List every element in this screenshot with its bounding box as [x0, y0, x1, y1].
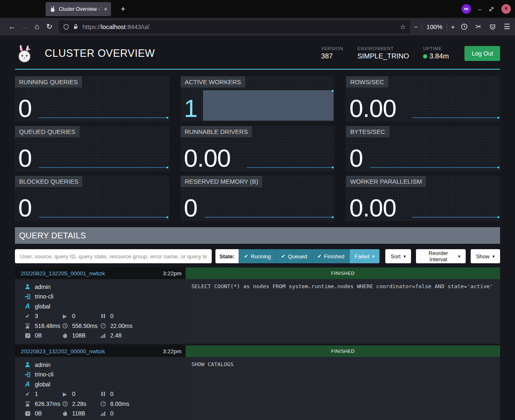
query-resource-group: global [35, 303, 50, 310]
running-splits: 0 [72, 391, 75, 397]
version-value: 387 [321, 52, 343, 61]
zoom-in-button[interactable]: + [451, 23, 455, 30]
query-text: SHOW CATALOGS [186, 357, 500, 420]
query-user: admin [35, 284, 51, 290]
completed-splits-icon: ✔ [24, 313, 31, 319]
browser-tab[interactable]: Cluster Overview - Trino × [46, 2, 111, 16]
tab-title: Cluster Overview - Trino [59, 6, 102, 12]
cluster-stats-grid: RUNNING QUERIES 0 ACTIVE WORKERS 1 ROWS/… [15, 76, 500, 221]
check-icon: ✔ [244, 253, 248, 259]
chevron-down-icon: ▾ [404, 254, 406, 259]
wall-time: 518.48ms [35, 323, 60, 329]
filter-running-button[interactable]: ✔ Running [239, 249, 276, 263]
queued-splits-pause-icon [99, 391, 106, 396]
window-close-button[interactable]: × [501, 4, 511, 14]
query-id-link[interactable]: 20220823_132205_00001_nwbzk [21, 270, 105, 277]
screenshot-scissors-icon[interactable]: ✂ [476, 22, 481, 31]
menu-hamburger-icon[interactable]: ☰ [504, 22, 510, 31]
app-header: CLUSTER OVERVIEW VERSION 387 ENVIRONMENT… [15, 36, 500, 63]
cpu-time: 558.50ms [72, 323, 97, 329]
history-clock-icon[interactable] [461, 23, 468, 30]
check-icon: ✔ [317, 253, 322, 259]
source-login-icon [24, 294, 31, 300]
logout-button[interactable]: Log Out [464, 46, 500, 61]
query-search-input[interactable] [15, 249, 212, 263]
forward-icon[interactable]: → [18, 21, 31, 33]
queued-splits: 0 [110, 391, 114, 397]
stat-reserved-memory: RESERVED MEMORY (B) 0 [181, 176, 335, 221]
sparkline [39, 167, 168, 168]
reorder-interval-dropdown[interactable]: Reorder Interval ▾ [416, 249, 466, 263]
filter-finished-button[interactable]: ✔ Finished [312, 249, 349, 263]
query-user: admin [35, 362, 51, 368]
version-block: VERSION 387 [321, 46, 343, 61]
filter-failed-dropdown[interactable]: Failed ▾ [349, 249, 380, 263]
uptime-block: UPTIME 3.84m [423, 46, 449, 61]
sparkline [370, 167, 499, 168]
bookmark-star-icon[interactable]: ☆ [400, 23, 406, 31]
source-login-icon [24, 371, 31, 378]
running-splits-icon: ▶ [61, 313, 68, 319]
query-text: SELECT COUNT(*) as nodes FROM system.run… [186, 279, 500, 344]
stat-runnable-drivers: RUNNABLE DRIVERS 0.00 [181, 126, 335, 172]
pocket-shield-icon[interactable] [489, 24, 496, 30]
user-icon [24, 362, 31, 368]
shield-icon[interactable] [63, 24, 69, 30]
stat-worker-parallelism: WORKER PARALLELISM 0.00 [346, 176, 500, 221]
cumulative-memory: 108B [72, 332, 86, 339]
query-id-link[interactable]: 20220823_132202_00000_nwbzk [21, 348, 105, 354]
stat-blocked-queries: BLOCKED QUERIES 0 [15, 176, 169, 221]
cumulative-memory-flame-icon [61, 410, 68, 416]
completed-splits: 1 [35, 391, 38, 397]
trino-logo [15, 44, 34, 63]
query-row: 20220823_132205_00001_nwbzk 3:22pm FINIS… [15, 267, 500, 344]
sparkline [39, 117, 168, 118]
cumulative-memory-flame-icon [61, 333, 68, 338]
sparkline [247, 167, 334, 168]
resource-group-icon: A [24, 303, 31, 310]
sparkline [39, 217, 168, 218]
current-memory-scale-icon [24, 411, 31, 416]
query-source: trino-cli [35, 293, 53, 300]
lock-icon[interactable] [73, 24, 79, 30]
trino-favicon [49, 6, 56, 12]
parallelism: 0 [110, 410, 114, 417]
completed-splits: 3 [35, 313, 38, 319]
sparkline [412, 117, 499, 118]
uptime-value: 3.84m [429, 52, 449, 60]
zoom-out-button[interactable]: − [414, 23, 418, 30]
queued-splits: 0 [110, 313, 114, 319]
home-icon[interactable]: ⌂ [31, 21, 43, 33]
state-filter-label: State: [215, 249, 239, 263]
tab-close-icon[interactable]: × [104, 6, 107, 12]
window-restore-button[interactable] [488, 6, 494, 12]
show-dropdown[interactable]: Show ▾ [471, 249, 500, 263]
stat-active-workers: ACTIVE WORKERS 1 [181, 76, 335, 122]
back-icon[interactable]: ← [6, 21, 18, 33]
execution-time-gauge-icon [99, 401, 106, 407]
sparkline-area [203, 90, 334, 121]
execution-time-gauge-icon [99, 323, 106, 329]
query-state-bar: FINISHED [186, 345, 500, 357]
cpu-time-clock-icon [61, 323, 68, 329]
query-resource-group: global [35, 381, 50, 388]
stat-running-queries: RUNNING QUERIES 0 [15, 76, 169, 122]
check-icon: ✔ [281, 253, 285, 259]
zoom-level[interactable]: 100% [426, 23, 442, 30]
environment-block: ENVIRONMENT SIMPLE_TRINO [357, 46, 409, 61]
current-memory-scale-icon [24, 333, 31, 338]
url-text[interactable]: https://localhost:8443/ui/ [82, 23, 150, 30]
wall-time-hourglass-icon [24, 323, 31, 329]
chevron-down-icon: ▾ [372, 254, 375, 259]
sort-dropdown[interactable]: Sort ▾ [385, 249, 411, 263]
parallelism-chart-icon [99, 411, 106, 416]
running-splits-icon: ▶ [61, 391, 68, 397]
new-tab-button[interactable]: + [118, 4, 128, 15]
url-bar[interactable]: https://localhost:8443/ui/ ☆ [59, 20, 410, 34]
parallelism-chart-icon [99, 333, 106, 338]
window-minimize-button[interactable]: – [478, 5, 481, 12]
user-icon [24, 284, 31, 290]
query-row: 20220823_132202_00000_nwbzk 3:22pm FINIS… [15, 345, 500, 420]
filter-queued-button[interactable]: ✔ Queued [276, 249, 312, 263]
reload-icon[interactable]: ↻ [43, 21, 56, 33]
